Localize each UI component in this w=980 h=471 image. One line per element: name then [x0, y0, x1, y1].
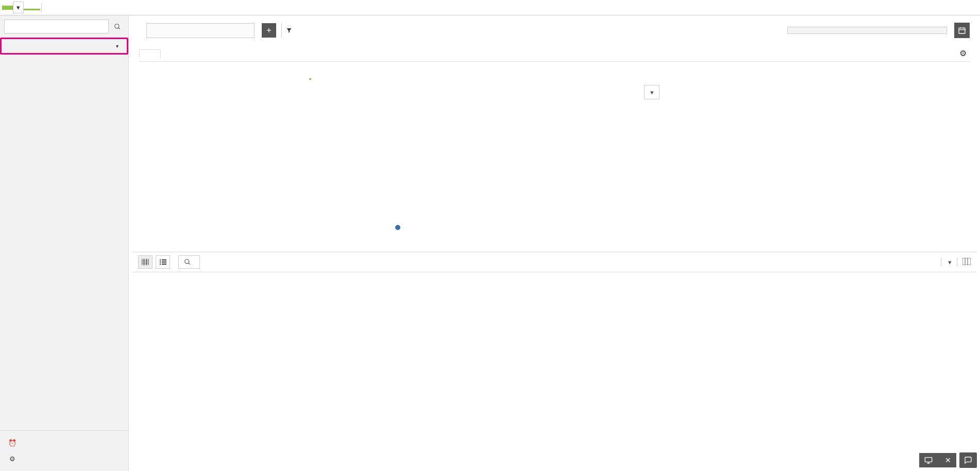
cloud-sources-dropdown[interactable]: ▾ [13, 2, 24, 13]
svg-point-13 [160, 261, 161, 263]
svg-rect-2 [959, 28, 965, 33]
chevron-down-icon: ▾ [16, 4, 20, 11]
tab-chart[interactable] [309, 72, 311, 80]
svg-point-15 [160, 264, 161, 265]
chat-icon [964, 456, 973, 464]
separator [41, 3, 42, 12]
svg-rect-6 [142, 259, 149, 265]
svg-point-0 [115, 24, 119, 28]
view-list-button[interactable] [156, 255, 170, 269]
gear-icon: ⚙ [959, 49, 967, 58]
svg-rect-12 [162, 259, 166, 260]
chevron-down-icon: ▾ [116, 43, 119, 49]
svg-rect-16 [162, 264, 166, 265]
incident-button[interactable] [178, 255, 200, 269]
caret-down-icon: ▾ [948, 258, 952, 266]
chart-menu-button[interactable]: ▾ [644, 85, 660, 99]
manage-reports-link[interactable]: ⚙ [0, 451, 128, 467]
sidebar: ▾ ⏰ ⚙ [0, 15, 129, 471]
search-input[interactable] [4, 20, 109, 33]
cloud-sources-button[interactable] [2, 6, 13, 10]
nav-ec2-reports[interactable]: ▾ [2, 39, 127, 53]
source-tab-aws[interactable] [24, 5, 40, 10]
bar-chart [160, 85, 639, 219]
plus-icon: + [266, 26, 271, 35]
chevron-down-icon: ▾ [650, 89, 654, 96]
filter-button[interactable] [281, 23, 296, 38]
chat-button[interactable] [959, 452, 977, 468]
svg-rect-22 [925, 458, 932, 462]
svg-rect-19 [962, 258, 971, 265]
tab-summary[interactable] [327, 72, 329, 80]
search-icon[interactable] [111, 20, 124, 33]
close-icon[interactable]: ✕ [945, 456, 951, 464]
svg-rect-14 [162, 261, 166, 263]
scheduled-reports-link[interactable]: ⏰ [0, 435, 128, 451]
period-input[interactable] [787, 27, 947, 34]
source-tab-m365[interactable] [43, 6, 59, 10]
svg-point-17 [185, 259, 189, 264]
view-grid-button[interactable] [138, 255, 153, 269]
add-log-source-button[interactable]: + [262, 23, 276, 38]
svg-point-11 [160, 259, 161, 260]
monitor-icon [924, 457, 933, 464]
gear-icon: ⚙ [8, 455, 16, 463]
incident-workbench-bar[interactable]: ✕ [919, 453, 956, 467]
ec2-highlight: ▾ [0, 38, 128, 55]
report-tab-top-users[interactable] [139, 49, 161, 58]
legend-swatch [395, 225, 400, 230]
svg-line-1 [119, 27, 120, 29]
svg-line-18 [189, 263, 190, 265]
log-source-input[interactable] [146, 23, 255, 38]
page-size-selector[interactable]: ▾ [941, 258, 952, 266]
columns-button[interactable] [957, 258, 971, 267]
clock-icon: ⏰ [8, 439, 16, 447]
settings-button[interactable]: ⚙ [956, 45, 970, 61]
calendar-button[interactable] [954, 23, 970, 38]
